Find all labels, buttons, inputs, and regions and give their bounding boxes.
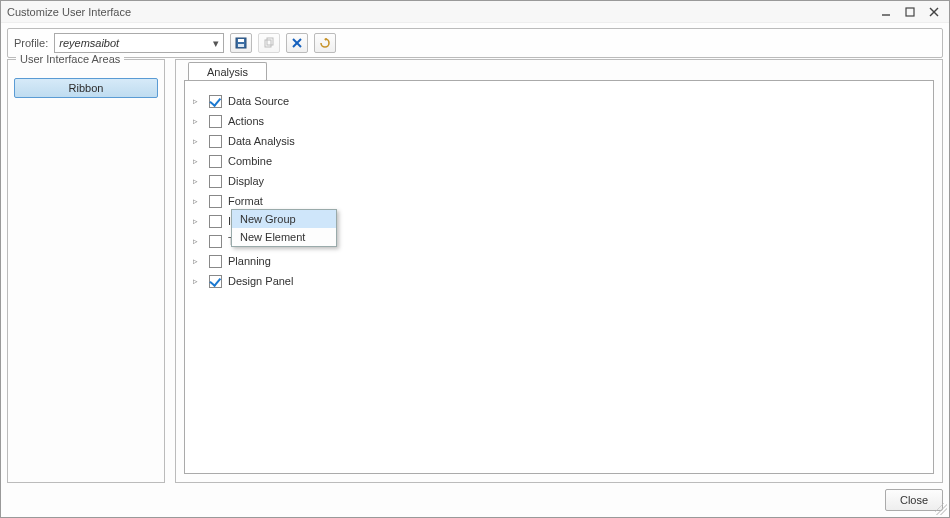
tree-item-label: Combine — [228, 155, 272, 167]
checkbox[interactable] — [209, 195, 222, 208]
svg-rect-7 — [265, 40, 271, 47]
chevron-down-icon: ▾ — [213, 37, 219, 50]
resize-grip-icon[interactable] — [935, 503, 947, 515]
profile-label: Profile: — [14, 37, 48, 49]
checkbox[interactable] — [209, 235, 222, 248]
refresh-icon-button[interactable] — [314, 33, 336, 53]
profile-value: reyemsaibot — [59, 37, 119, 49]
svg-rect-1 — [906, 8, 914, 16]
tree-item-label: Planning — [228, 255, 271, 267]
expand-arrow-icon[interactable]: ▹ — [193, 196, 203, 206]
tree-row[interactable]: ▹Combine — [191, 151, 933, 171]
expand-arrow-icon[interactable]: ▹ — [193, 136, 203, 146]
menu-item-label: New Element — [240, 231, 305, 243]
checkbox[interactable] — [209, 135, 222, 148]
tree-row[interactable]: ▹Format — [191, 191, 933, 211]
checkbox[interactable] — [209, 155, 222, 168]
copy-icon-button[interactable] — [258, 33, 280, 53]
expand-arrow-icon[interactable]: ▹ — [193, 276, 203, 286]
checkbox[interactable] — [209, 115, 222, 128]
checkbox[interactable] — [209, 275, 222, 288]
svg-rect-6 — [238, 44, 244, 47]
expand-arrow-icon[interactable]: ▹ — [193, 236, 203, 246]
expand-arrow-icon[interactable]: ▹ — [193, 96, 203, 106]
delete-icon-button[interactable] — [286, 33, 308, 53]
window: Customize User Interface Profile: reyems… — [0, 0, 950, 518]
tree-item-label: Format — [228, 195, 263, 207]
expand-arrow-icon[interactable]: ▹ — [193, 176, 203, 186]
tree-item-label: Data Source — [228, 95, 289, 107]
tree-item-label: Data Analysis — [228, 135, 295, 147]
checkbox[interactable] — [209, 215, 222, 228]
profile-toolbar: Profile: reyemsaibot ▾ — [7, 28, 943, 58]
tree-row[interactable]: ▹Data Source — [191, 91, 933, 111]
profile-select[interactable]: reyemsaibot ▾ — [54, 33, 224, 53]
checkbox[interactable] — [209, 255, 222, 268]
close-window-button[interactable] — [925, 4, 943, 20]
right-panel: Analysis ▹Data Source▹Actions▹Data Analy… — [175, 59, 943, 483]
ribbon-button[interactable]: Ribbon — [14, 78, 158, 98]
expand-arrow-icon[interactable]: ▹ — [193, 116, 203, 126]
svg-rect-5 — [238, 39, 244, 42]
ui-areas-panel: User Interface Areas Ribbon — [7, 59, 165, 483]
expand-arrow-icon[interactable]: ▹ — [193, 256, 203, 266]
context-menu-item-new-element[interactable]: New Element — [232, 228, 336, 246]
save-icon-button[interactable] — [230, 33, 252, 53]
ui-areas-title: User Interface Areas — [16, 53, 124, 65]
tab-strip: Analysis — [188, 62, 267, 82]
tree-row[interactable]: ▹Actions — [191, 111, 933, 131]
ribbon-label: Ribbon — [69, 82, 104, 94]
context-menu: New Group New Element — [231, 209, 337, 247]
maximize-button[interactable] — [901, 4, 919, 20]
tree-row[interactable]: ▹Display — [191, 171, 933, 191]
menu-item-label: New Group — [240, 213, 296, 225]
tree-item-label: Actions — [228, 115, 264, 127]
tree-row[interactable]: ▹Planning — [191, 251, 933, 271]
window-title: Customize User Interface — [7, 1, 131, 23]
tab-analysis[interactable]: Analysis — [188, 62, 267, 82]
tab-label: Analysis — [207, 66, 248, 78]
expand-arrow-icon[interactable]: ▹ — [193, 216, 203, 226]
tree-row[interactable]: ▹Data Analysis — [191, 131, 933, 151]
expand-arrow-icon[interactable]: ▹ — [193, 156, 203, 166]
tree-item-label: Display — [228, 175, 264, 187]
close-label: Close — [900, 494, 928, 506]
tree-container: ▹Data Source▹Actions▹Data Analysis▹Combi… — [184, 80, 934, 474]
titlebar: Customize User Interface — [1, 1, 949, 23]
window-controls — [877, 4, 943, 20]
checkbox[interactable] — [209, 175, 222, 188]
body-area: User Interface Areas Ribbon Analysis ▹Da… — [7, 59, 943, 483]
tree: ▹Data Source▹Actions▹Data Analysis▹Combi… — [185, 89, 933, 291]
minimize-button[interactable] — [877, 4, 895, 20]
tree-item-label: Design Panel — [228, 275, 293, 287]
checkbox[interactable] — [209, 95, 222, 108]
svg-rect-8 — [267, 38, 273, 45]
tree-row[interactable]: ▹Design Panel — [191, 271, 933, 291]
context-menu-item-new-group[interactable]: New Group — [232, 210, 336, 228]
